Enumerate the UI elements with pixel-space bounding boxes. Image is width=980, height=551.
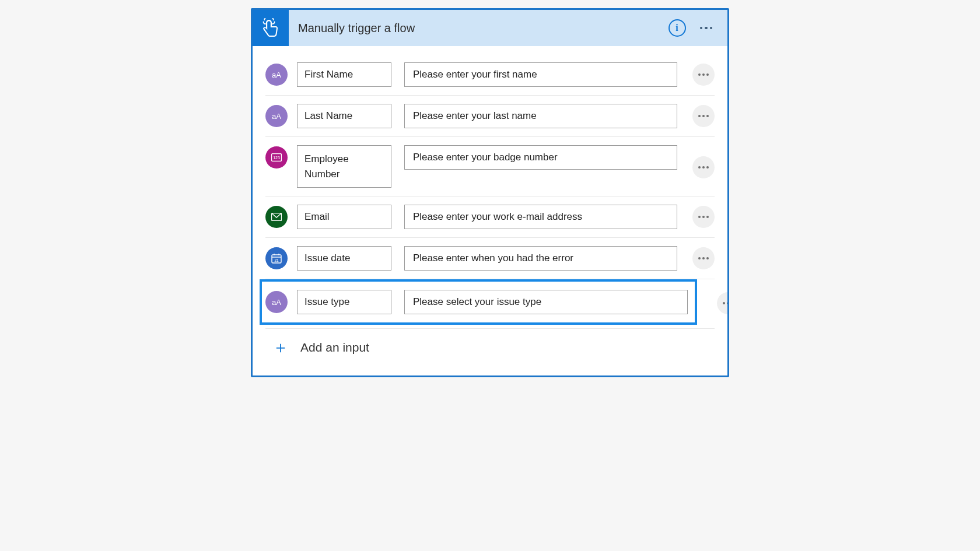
text-type-icon: аА	[265, 64, 288, 86]
row-more-button[interactable]	[692, 206, 715, 228]
input-placeholder-field[interactable]	[404, 246, 677, 271]
input-row-issue-date: 21	[265, 238, 715, 279]
info-button[interactable]: i	[668, 19, 686, 37]
input-placeholder-field[interactable]	[404, 205, 677, 229]
row-more-button[interactable]	[692, 64, 715, 86]
input-row-issue-type-highlighted: аА	[265, 279, 715, 325]
row-more-button[interactable]	[692, 247, 715, 269]
svg-text:123: 123	[273, 156, 280, 160]
input-name-field[interactable]	[297, 205, 391, 229]
input-row-issue-type: аА	[260, 279, 697, 325]
email-type-icon	[265, 206, 288, 228]
touch-icon	[262, 18, 279, 38]
add-input-label: Add an input	[300, 341, 369, 355]
input-name-field[interactable]	[297, 290, 391, 314]
header-title: Manually trigger a flow	[289, 22, 668, 35]
date-type-icon: 21	[265, 247, 288, 269]
card-body: аА аА 123	[253, 46, 727, 375]
input-row-last-name: аА	[265, 96, 715, 137]
svg-text:21: 21	[274, 258, 279, 262]
input-row-employee-number: 123	[265, 137, 715, 196]
row-more-button[interactable]	[692, 105, 715, 127]
plus-icon: ＋	[272, 339, 289, 356]
trigger-card: Manually trigger a flow i аА аА 123	[251, 8, 729, 377]
input-row-email	[265, 196, 715, 238]
number-type-icon: 123	[265, 146, 288, 169]
text-type-icon: аА	[265, 291, 288, 313]
row-more-button[interactable]	[692, 156, 715, 178]
input-placeholder-field[interactable]	[404, 104, 677, 128]
input-name-field[interactable]	[297, 246, 391, 271]
input-name-field[interactable]	[297, 145, 391, 188]
info-icon: i	[676, 23, 678, 33]
card-header: Manually trigger a flow i	[253, 10, 727, 46]
input-placeholder-field[interactable]	[404, 62, 677, 87]
header-more-button[interactable]	[696, 23, 716, 33]
input-name-field[interactable]	[297, 104, 391, 128]
input-name-field[interactable]	[297, 62, 391, 87]
trigger-icon	[253, 10, 289, 46]
add-input-button[interactable]: ＋ Add an input	[265, 328, 715, 365]
input-placeholder-field[interactable]	[404, 145, 677, 170]
input-row-first-name: аА	[265, 54, 715, 96]
row-more-button[interactable]	[717, 292, 729, 314]
input-placeholder-field[interactable]	[404, 290, 688, 314]
text-type-icon: аА	[265, 105, 288, 127]
